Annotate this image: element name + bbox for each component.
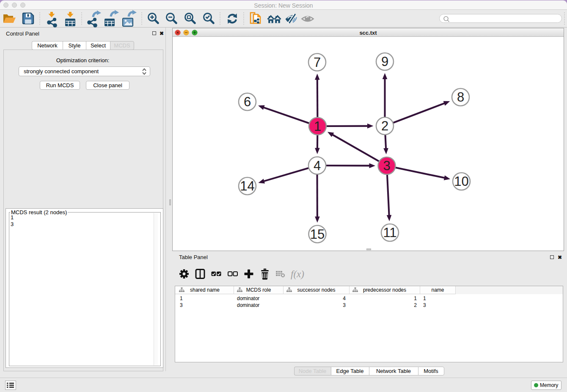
svg-text:2: 2 — [381, 119, 388, 133]
svg-text:8: 8 — [457, 90, 464, 105]
svg-text:9: 9 — [381, 54, 388, 69]
svg-text:f(x): f(x) — [291, 269, 304, 279]
svg-text:11: 11 — [383, 225, 396, 240]
svg-text:7: 7 — [314, 55, 321, 70]
svg-text:3: 3 — [383, 158, 390, 173]
svg-text:1: 1 — [314, 119, 321, 134]
svg-text:15: 15 — [310, 227, 325, 242]
svg-text:4: 4 — [314, 158, 321, 173]
svg-text:6: 6 — [244, 94, 251, 109]
svg-text:10: 10 — [454, 174, 468, 189]
svg-text:14: 14 — [240, 179, 254, 193]
